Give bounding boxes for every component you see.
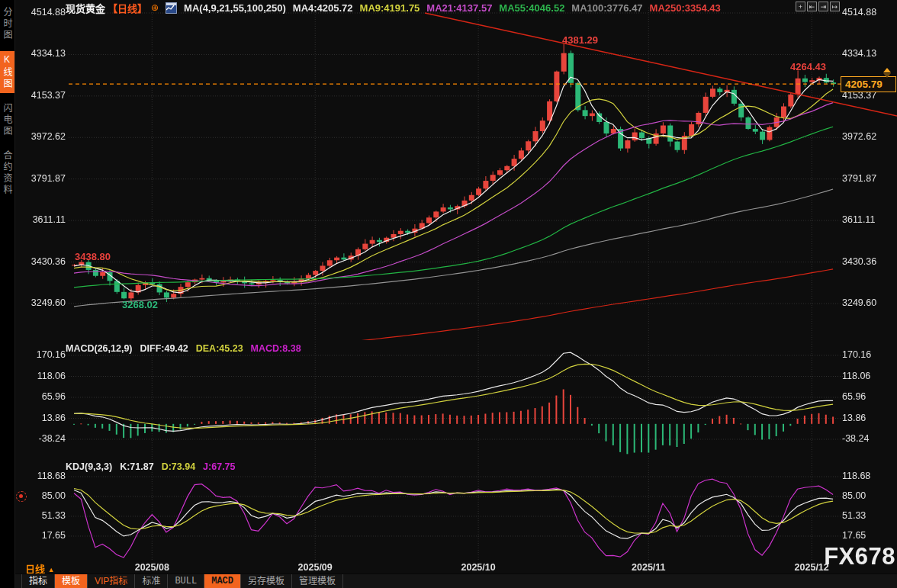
trading-app-window: 4514.884514.884334.134334.134153.374153.… bbox=[0, 0, 897, 588]
scroll-right-button[interactable]: ⇥ bbox=[818, 2, 828, 11]
toolbar-tab-vip-indicators[interactable]: VIP指标 bbox=[88, 574, 135, 588]
current-price-tag: 4205.79 bbox=[841, 76, 896, 92]
toolbar-tab-indicators[interactable]: 指标 bbox=[21, 574, 55, 588]
ma4-value: MA4:4205.72 bbox=[293, 2, 353, 14]
toolbar-tab-macd[interactable]: MACD bbox=[204, 574, 241, 588]
macd-diff-value: DIFF:49.42 bbox=[140, 343, 188, 354]
scroll-left-button[interactable]: ⇤ bbox=[807, 2, 817, 11]
kdj-panel-header: KDJ(9,3,3) K:71.87 D:73.94 J:67.75 bbox=[66, 461, 236, 472]
kdj-indicator-name: KDJ(9,3,3) bbox=[66, 461, 112, 472]
instrument-title: 现货黄金 bbox=[66, 1, 105, 15]
chart-header: 现货黄金【日线】⊕ MA(4,9,21,55,100,250) MA4:4205… bbox=[66, 1, 721, 14]
ma-group-label: MA(4,9,21,55,100,250) bbox=[184, 2, 286, 14]
sidebar-tab-timeline[interactable]: 分时图 bbox=[0, 4, 14, 44]
month-label: 2025/08 bbox=[129, 562, 175, 573]
ma250-value: MA250:3354.43 bbox=[650, 2, 721, 14]
month-label: 2025/10 bbox=[455, 562, 501, 573]
sidebar-tab-kline[interactable]: K线图 bbox=[0, 51, 14, 93]
sidebar-tab-contract-info[interactable]: 合约资料 bbox=[0, 147, 14, 199]
month-label: 2025/09 bbox=[292, 562, 338, 573]
alert-plus-icon[interactable]: ⊕ bbox=[151, 2, 159, 13]
kdj-j-value: J:67.75 bbox=[203, 461, 235, 472]
macd-macd-value: MACD:8.38 bbox=[251, 343, 301, 354]
left-sidebar: 分时图 K线图 闪电图 合约资料 bbox=[0, 0, 15, 588]
pan-mode-button[interactable]: + bbox=[796, 2, 805, 11]
kdj-k-value: K:71.87 bbox=[120, 461, 153, 472]
month-label: 2025/11 bbox=[625, 562, 671, 573]
period-selector-arrow-icon: ▲ bbox=[48, 566, 55, 574]
bottom-toolbar: 指标 模板 VIP指标 标准 BULL MACD 另存模板 管理模板 bbox=[15, 574, 897, 588]
ma100-value: MA100:3776.47 bbox=[571, 2, 642, 14]
ma55-value: MA55:4046.52 bbox=[499, 2, 564, 14]
toolbar-tab-manage-template[interactable]: 管理模板 bbox=[292, 574, 343, 588]
price-chart-canvas[interactable] bbox=[15, 0, 897, 562]
toolbar-tab-standard[interactable]: 标准 bbox=[135, 574, 168, 588]
macd-dea-value: DEA:45.23 bbox=[196, 343, 243, 354]
macd-panel-header: MACD(26,12,9) DIFF:49.42 DEA:45.23 MACD:… bbox=[66, 343, 301, 354]
toolbar-tab-bull[interactable]: BULL bbox=[168, 574, 204, 588]
jump-latest-button[interactable]: ↦ bbox=[830, 2, 840, 11]
sidebar-tab-flash[interactable]: 闪电图 bbox=[0, 100, 14, 140]
ma21-value: MA21:4137.57 bbox=[426, 2, 492, 14]
alert-dot-icon[interactable] bbox=[16, 491, 27, 502]
kdj-d-value: D:73.94 bbox=[162, 461, 195, 472]
toolbar-tab-save-template[interactable]: 另存模板 bbox=[241, 574, 292, 588]
chart-window-controls: + ⇤ ⇥ ↦ bbox=[796, 2, 840, 11]
period-tag: 【日线】 bbox=[108, 1, 147, 15]
price-nav-arrows-icon[interactable] bbox=[883, 68, 891, 78]
macd-indicator-name: MACD(26,12,9) bbox=[66, 343, 133, 354]
ma9-value: MA9:4191.75 bbox=[360, 2, 420, 14]
toolbar-tab-templates[interactable]: 模板 bbox=[55, 574, 88, 588]
candlestick-mini-icon[interactable] bbox=[166, 2, 177, 14]
fx678-watermark: FX678 bbox=[824, 543, 895, 570]
